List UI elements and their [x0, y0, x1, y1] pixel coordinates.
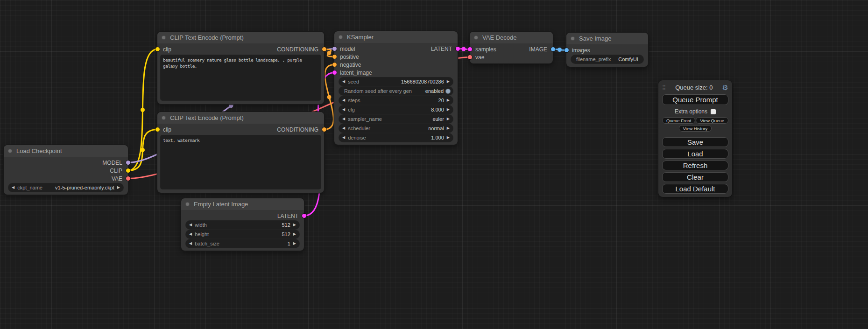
- positive-prompt-textarea[interactable]: beautiful scenery nature glass bottle la…: [161, 55, 321, 100]
- wire-midpoint-dot: [462, 47, 466, 51]
- arrow-left-icon[interactable]: ◀: [189, 232, 192, 236]
- arrow-left-icon[interactable]: ◀: [342, 126, 345, 130]
- negative-prompt-textarea[interactable]: text, watermark: [161, 135, 321, 189]
- collapse-dot[interactable]: [162, 35, 166, 40]
- output-slot-model[interactable]: [126, 161, 130, 165]
- input-slot-samples[interactable]: [468, 47, 472, 51]
- arrow-right-icon[interactable]: ▶: [117, 186, 120, 189]
- arrow-right-icon[interactable]: ▶: [293, 232, 296, 236]
- input-label-latent-image: latent_image: [340, 70, 372, 76]
- widget-value: euler: [432, 116, 444, 122]
- input-slot-images[interactable]: [565, 48, 569, 52]
- arrow-right-icon[interactable]: ▶: [447, 80, 450, 84]
- node-clip-text-encode-positive[interactable]: CLIP Text Encode (Prompt) clip CONDITION…: [157, 32, 324, 104]
- widget-batch-size[interactable]: ◀ batch_size 1 ▶: [186, 239, 299, 248]
- load-button[interactable]: Load: [662, 149, 728, 159]
- output-slot-latent[interactable]: [456, 47, 460, 51]
- save-button[interactable]: Save: [662, 137, 728, 147]
- node-title-bar[interactable]: Empty Latent Image: [181, 198, 304, 210]
- clear-button[interactable]: Clear: [662, 172, 728, 182]
- slot-row: latent_image: [334, 69, 458, 77]
- node-title-bar[interactable]: Load Checkpoint: [4, 145, 128, 157]
- widget-cfg[interactable]: ◀ cfg 8.000 ▶: [339, 105, 453, 114]
- widget-height[interactable]: ◀ height 512 ▶: [186, 230, 299, 238]
- arrow-right-icon[interactable]: ▶: [293, 242, 296, 245]
- widget-ckpt-name[interactable]: ◀ ckpt_name v1-5-pruned-emaonly.ckpt ▶: [8, 183, 123, 192]
- arrow-left-icon[interactable]: ◀: [189, 242, 192, 245]
- widget-name: ckpt_name: [17, 185, 42, 190]
- widget-sampler-name[interactable]: ◀ sampler_name euler ▶: [339, 115, 453, 123]
- node-title-bar[interactable]: CLIP Text Encode (Prompt): [157, 32, 324, 43]
- node-load-checkpoint[interactable]: Load Checkpoint MODEL CLIP VAE ◀ ckpt_na…: [4, 145, 128, 195]
- collapse-dot[interactable]: [474, 35, 478, 40]
- slot-row: vae: [470, 53, 553, 61]
- widget-scheduler[interactable]: ◀ scheduler normal ▶: [339, 124, 453, 133]
- output-slot-conditioning[interactable]: [322, 47, 326, 51]
- arrow-right-icon[interactable]: ▶: [447, 126, 450, 130]
- input-slot-model[interactable]: [332, 47, 337, 51]
- node-ksampler[interactable]: KSampler model LATENT positive negative …: [334, 31, 458, 145]
- queue-actions-row: Queue Front View Queue: [662, 117, 728, 124]
- output-label-model: MODEL: [102, 160, 122, 166]
- output-slot-clip[interactable]: [126, 168, 130, 173]
- arrow-left-icon[interactable]: ◀: [342, 136, 345, 140]
- input-slot-clip[interactable]: [155, 127, 160, 132]
- input-slot-latent-image[interactable]: [332, 70, 337, 75]
- slot-row: images: [566, 46, 648, 54]
- view-queue-button[interactable]: View Queue: [696, 117, 728, 124]
- arrow-left-icon[interactable]: ◀: [342, 80, 345, 84]
- widget-name: Random seed after every gen: [344, 88, 412, 94]
- widget-denoise[interactable]: ◀ denoise 1.000 ▶: [339, 133, 453, 142]
- collapse-dot[interactable]: [8, 149, 12, 153]
- arrow-left-icon[interactable]: ◀: [12, 186, 14, 189]
- widget-seed[interactable]: ◀ seed 156680208700286 ▶: [339, 77, 453, 86]
- widget-random-seed-toggle[interactable]: Random seed after every gen enabled: [339, 87, 453, 95]
- node-title-bar[interactable]: VAE Decode: [470, 32, 553, 43]
- node-empty-latent-image[interactable]: Empty Latent Image LATENT ◀ width 512 ▶ …: [181, 198, 304, 251]
- node-title-bar[interactable]: KSampler: [334, 31, 458, 43]
- input-slot-positive[interactable]: [332, 55, 337, 59]
- node-graph-canvas[interactable]: Load Checkpoint MODEL CLIP VAE ◀ ckpt_na…: [0, 0, 868, 329]
- node-save-image[interactable]: Save Image images filename_prefix ComfyU…: [566, 33, 648, 67]
- view-history-button[interactable]: View History: [679, 125, 712, 132]
- collapse-dot[interactable]: [571, 36, 575, 41]
- output-slot-image[interactable]: [551, 47, 555, 51]
- extra-options-checkbox[interactable]: [711, 109, 716, 114]
- queue-front-button[interactable]: Queue Front: [662, 117, 695, 124]
- node-vae-decode[interactable]: VAE Decode samples IMAGE vae: [470, 32, 553, 63]
- queue-prompt-button[interactable]: Queue Prompt: [662, 94, 728, 105]
- input-slot-vae[interactable]: [468, 55, 472, 59]
- collapse-dot[interactable]: [339, 35, 343, 39]
- arrow-right-icon[interactable]: ▶: [293, 223, 296, 227]
- node-clip-text-encode-negative[interactable]: CLIP Text Encode (Prompt) clip CONDITION…: [157, 112, 324, 193]
- input-slot-clip[interactable]: [155, 47, 160, 51]
- drag-handle-icon[interactable]: ⣿: [662, 84, 666, 91]
- output-slot-conditioning[interactable]: [322, 127, 326, 132]
- arrow-left-icon[interactable]: ◀: [189, 223, 192, 227]
- arrow-left-icon[interactable]: ◀: [342, 108, 345, 112]
- refresh-button[interactable]: Refresh: [662, 161, 728, 170]
- arrow-left-icon[interactable]: ◀: [342, 117, 345, 121]
- input-slot-negative[interactable]: [332, 63, 337, 67]
- arrow-right-icon[interactable]: ▶: [447, 108, 450, 112]
- arrow-right-icon[interactable]: ▶: [447, 117, 450, 121]
- widget-value: 1: [288, 241, 290, 246]
- widget-name: cfg: [348, 107, 355, 112]
- load-default-button[interactable]: Load Default: [662, 184, 728, 194]
- node-title-bar[interactable]: CLIP Text Encode (Prompt): [157, 112, 324, 124]
- toggle-indicator[interactable]: [445, 89, 451, 94]
- arrow-right-icon[interactable]: ▶: [447, 136, 450, 140]
- output-slot-latent[interactable]: [302, 214, 306, 218]
- output-slot-vae[interactable]: [126, 176, 130, 181]
- collapse-dot[interactable]: [162, 116, 166, 120]
- widget-steps[interactable]: ◀ steps 20 ▶: [339, 96, 453, 105]
- collapse-dot[interactable]: [185, 202, 190, 206]
- arrow-left-icon[interactable]: ◀: [342, 98, 345, 102]
- settings-gear-icon[interactable]: ⚙: [722, 84, 728, 91]
- widget-name: scheduler: [348, 126, 370, 131]
- node-title-bar[interactable]: Save Image: [566, 33, 648, 44]
- widget-filename-prefix[interactable]: filename_prefix ComfyUI: [571, 55, 643, 63]
- widget-width[interactable]: ◀ width 512 ▶: [186, 221, 299, 229]
- widget-value: normal: [428, 126, 444, 131]
- arrow-right-icon[interactable]: ▶: [447, 98, 450, 102]
